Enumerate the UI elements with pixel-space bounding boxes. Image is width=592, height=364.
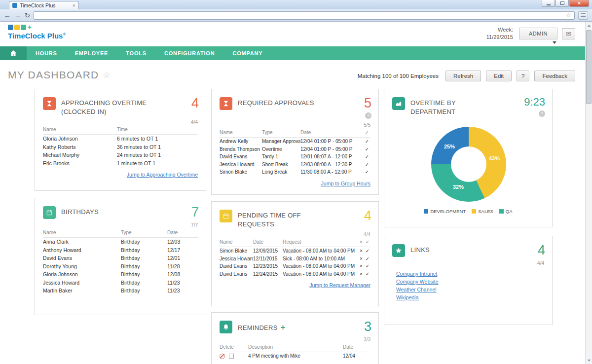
- card-count: 3: [364, 321, 371, 332]
- scroll-up-icon[interactable]: [586, 22, 592, 29]
- cell: Simon Blake: [220, 247, 253, 255]
- mail-button[interactable]: ✉: [562, 28, 575, 39]
- column-header: Type: [262, 129, 300, 138]
- approve-check-icon[interactable]: ✓: [364, 161, 370, 169]
- help-button[interactable]: ?: [517, 71, 529, 81]
- approve-check-icon[interactable]: ✓: [365, 255, 370, 263]
- legend-swatch: [499, 209, 504, 214]
- nav-item-tools[interactable]: TOOLS: [117, 46, 155, 60]
- cell: Manager Approval: [262, 138, 300, 146]
- cell: 12/04: [343, 352, 370, 361]
- nav-item-hours[interactable]: HOURS: [27, 46, 66, 60]
- close-button[interactable]: ✕: [569, 0, 589, 7]
- cell: 12/23/2015: [253, 262, 283, 270]
- jump-to-group-hours-link[interactable]: Jump to Group Hours: [220, 181, 370, 186]
- tab-favicon-icon: [12, 3, 17, 8]
- refresh-icon[interactable]: ↻: [25, 12, 30, 19]
- cell: Birthday: [121, 287, 167, 295]
- table-row: Dorothy YoungBirthday11/28: [43, 262, 198, 271]
- cell: 12/04 01:00 P - 05:00 P: [300, 138, 364, 146]
- approve-check-icon[interactable]: ✓: [364, 146, 370, 153]
- favorite-page-star-icon[interactable]: ☆: [103, 70, 111, 80]
- approaching-overtime-table: Name Time Gloria Johnson6 minutes to OT …: [43, 126, 198, 167]
- cell: David Evans: [220, 153, 262, 161]
- scrollbar[interactable]: [585, 22, 592, 364]
- column-header: Date: [167, 229, 198, 238]
- back-icon[interactable]: ←: [4, 12, 11, 19]
- scrollbar-thumb[interactable]: [586, 30, 592, 104]
- cell: Simon Blake: [220, 168, 262, 176]
- approve-check-icon[interactable]: ✓: [365, 262, 370, 270]
- edit-button[interactable]: Edit: [486, 71, 512, 81]
- deny-x-icon[interactable]: ×: [358, 247, 365, 255]
- table-row: Eric Brooks1 minute to OT 1: [43, 159, 198, 168]
- cell: Birthday: [121, 246, 167, 255]
- forward-icon[interactable]: →: [14, 12, 21, 19]
- approve-check-icon[interactable]: ✓: [364, 153, 370, 161]
- cell: Jessica Howard: [220, 161, 262, 169]
- minimize-button[interactable]: [542, 0, 555, 7]
- link-weather-channel[interactable]: Weather Channel: [396, 286, 544, 293]
- cell: Michael Murphy: [43, 151, 117, 159]
- card-title: REQUIRED APPROVALS: [238, 97, 314, 108]
- scroll-down-icon[interactable]: [586, 357, 592, 364]
- window-controls: ✕: [541, 0, 589, 7]
- card-count: 7: [191, 206, 199, 218]
- favorite-star-icon[interactable]: ☆: [566, 12, 571, 18]
- legend-label: QA: [506, 209, 513, 214]
- column-header: Description: [248, 343, 343, 352]
- approve-check-icon[interactable]: ✓: [364, 168, 370, 176]
- nav-home-button[interactable]: [0, 46, 27, 60]
- browser-menu-button[interactable]: [578, 11, 588, 20]
- cell: Vacation - 08:00 AM to 04:00 PM: [283, 247, 358, 255]
- table-row: Michael Murphy24 minutes to OT 1: [43, 151, 198, 159]
- cell: Dorothy Young: [43, 262, 121, 271]
- deny-x-icon[interactable]: ×: [358, 270, 365, 278]
- legend-label: SALES: [478, 209, 493, 214]
- cell: 12/09/2015: [253, 247, 283, 255]
- approve-check-icon[interactable]: ✓: [364, 138, 370, 146]
- deny-x-icon[interactable]: ×: [358, 255, 365, 263]
- approve-all-icon[interactable]: ✓: [364, 129, 370, 138]
- approve-check-icon[interactable]: ✓: [365, 247, 370, 255]
- jump-to-approaching-overtime-link[interactable]: Jump to Approaching Overtime: [43, 172, 198, 178]
- cell: Andrew Kelly: [220, 138, 262, 146]
- donut-hole: [451, 146, 486, 182]
- nav-item-configuration[interactable]: CONFIGURATION: [155, 46, 223, 60]
- column-header: Date: [300, 129, 364, 138]
- browser-tab[interactable]: TimeClock Plus ×: [9, 1, 79, 9]
- link-wikipedia[interactable]: Wikipedia: [396, 293, 544, 301]
- logo-square-yellow-icon: [14, 25, 20, 30]
- table-row: 4 PM meeting with Mike 12/04: [220, 352, 370, 361]
- card-reminders: REMINDERS+ 3 3/3 Delete Description Date: [211, 312, 379, 364]
- card-help-icon[interactable]: ?: [365, 112, 371, 119]
- jump-to-request-manager-link[interactable]: Jump to Request Manager: [220, 282, 370, 288]
- refresh-button[interactable]: Refresh: [445, 71, 481, 81]
- approve-all-icon[interactable]: ✓: [365, 238, 370, 247]
- reminder-checkbox[interactable]: [229, 354, 234, 359]
- address-bar[interactable]: ☆: [34, 11, 575, 20]
- admin-button[interactable]: ADMIN: [519, 28, 557, 39]
- deny-all-icon[interactable]: ×: [358, 238, 365, 247]
- delete-reminder-icon[interactable]: [220, 354, 225, 359]
- column-header: Name: [220, 238, 253, 247]
- card-count: 5: [364, 97, 371, 109]
- card-help-icon[interactable]: ?: [539, 110, 545, 117]
- cell: Gloria Johnson: [43, 135, 117, 143]
- approve-check-icon[interactable]: ✓: [365, 270, 370, 278]
- cell: 11/23: [167, 279, 198, 287]
- card-count: 4: [538, 244, 545, 256]
- deny-x-icon[interactable]: ×: [358, 262, 365, 270]
- cell: Anna Clark: [43, 238, 121, 246]
- tab-close-icon[interactable]: ×: [73, 3, 75, 8]
- cell: Jessica Howard: [43, 279, 121, 287]
- link-company-intranet[interactable]: Company Intranet: [396, 270, 544, 278]
- nav-item-company[interactable]: COMPANY: [223, 46, 271, 60]
- add-reminder-button[interactable]: +: [281, 323, 286, 331]
- link-company-website[interactable]: Company Website: [396, 278, 544, 286]
- admin-dropdown-caret-icon[interactable]: [553, 41, 556, 44]
- maximize-button[interactable]: [555, 0, 569, 7]
- column-header: Name: [43, 126, 117, 135]
- nav-item-employee[interactable]: EMPLOYEE: [66, 46, 117, 60]
- feedback-button[interactable]: Feedback: [534, 71, 575, 81]
